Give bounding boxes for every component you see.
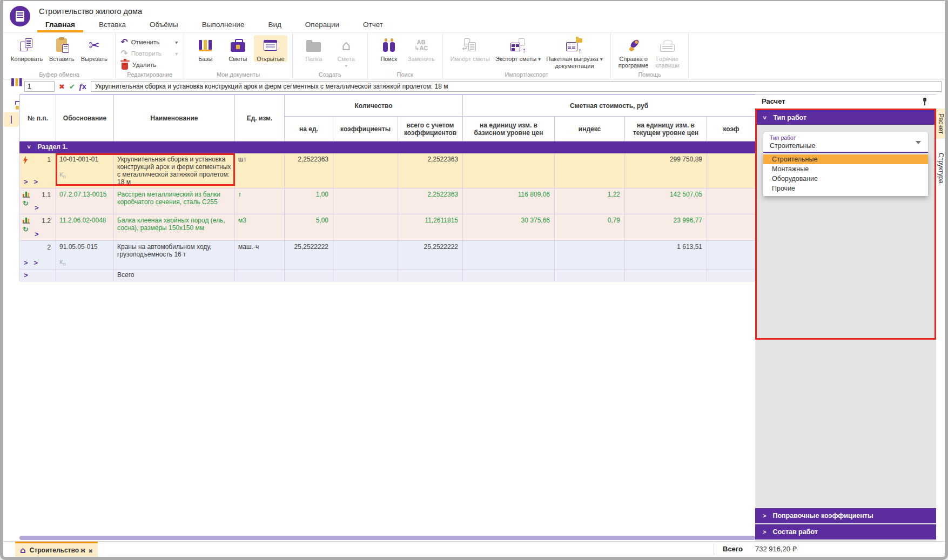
cell-cost-coeff[interactable] (707, 241, 756, 269)
tab-obemy[interactable]: Объёмы (138, 18, 190, 32)
cell-num[interactable]: 1.2 (20, 214, 56, 241)
cell-qty-coefficients[interactable] (333, 153, 398, 188)
create-folder-button[interactable]: Папка (298, 35, 330, 62)
cell-num[interactable]: 2 (20, 241, 56, 269)
replace-button[interactable]: AB↳AC Заменить (405, 35, 438, 62)
cell-qty-total[interactable]: 11,2611815 (398, 214, 463, 241)
cell-justification[interactable] (56, 269, 114, 281)
find-button[interactable]: Поиск (373, 35, 405, 62)
cell-qty-total[interactable]: 2,2522363 (398, 153, 463, 188)
cell-num[interactable]: 1.1 (20, 188, 56, 214)
tab-vypolnenie[interactable]: Выполнение (190, 18, 257, 32)
cell-name[interactable]: Балка клееная хвойных пород (ель, сосна)… (114, 214, 235, 241)
side-tab-structure[interactable]: Структура (936, 148, 945, 188)
tab-glavnaya[interactable]: Главная (33, 18, 87, 32)
horizontal-scrollbar[interactable] (19, 536, 755, 540)
cell-cost-index[interactable] (555, 241, 625, 269)
cell-cost-index[interactable]: 0,79 (555, 214, 625, 241)
open-documents-button[interactable]: Открытые (254, 35, 287, 62)
section-work-composition[interactable]: Состав работ (755, 524, 936, 539)
cell-unit[interactable]: т (235, 188, 285, 214)
strip-open-documents-button[interactable] (4, 112, 19, 127)
help-about-button[interactable]: Справка опрограмме (616, 35, 651, 69)
paste-button[interactable]: Вставить (45, 35, 78, 62)
expand-chevrons[interactable] (35, 204, 39, 212)
cell-justification[interactable]: 10-01-001-01Кп (56, 153, 114, 188)
cell-name[interactable]: Краны на автомобильном ходу, грузоподъем… (114, 241, 235, 269)
cell-qty-per-unit[interactable]: 5,00 (285, 214, 333, 241)
cell-cost-current[interactable]: 142 507,05 (625, 188, 707, 214)
cut-button[interactable]: Вырезать (78, 35, 110, 62)
cell-num[interactable]: 1 (20, 153, 56, 188)
expand-chevrons[interactable] (24, 259, 38, 267)
cell-cost-index[interactable] (555, 153, 625, 188)
option-oborudovanie[interactable]: Оборудование (763, 174, 928, 184)
cell-cost-index[interactable]: 1,22 (555, 188, 625, 214)
tab-vstavka[interactable]: Вставка (87, 18, 138, 32)
cell-unit[interactable]: маш.-ч (235, 241, 285, 269)
cell-cost-coeff[interactable] (707, 153, 756, 188)
confirm-icon[interactable] (69, 82, 75, 91)
tab-otchet[interactable]: Отчет (351, 18, 395, 32)
cancel-icon[interactable] (59, 82, 65, 91)
cell-qty-coefficients[interactable] (333, 241, 398, 269)
cell-cost-current[interactable]: 1 613,51 (625, 241, 707, 269)
copy-button[interactable]: Копировать (8, 35, 45, 62)
estimates-button[interactable]: Сметы (221, 35, 254, 62)
chevron-down-icon[interactable] (175, 39, 178, 45)
import-estimate-button[interactable]: Импорт сметы (448, 35, 493, 62)
document-tab[interactable]: Строительство ж... (15, 542, 98, 557)
cell-cost-coeff[interactable] (707, 214, 756, 241)
cell-qty-per-unit[interactable]: 1,00 (285, 188, 333, 214)
bases-button[interactable]: Базы (189, 35, 221, 62)
section-correction-coefficients[interactable]: Поправочные коэффициенты (755, 508, 936, 523)
section-row[interactable]: Раздел 1. (20, 141, 756, 153)
cell-qty-per-unit[interactable]: 2,2522363 (285, 153, 333, 188)
close-icon[interactable] (89, 545, 93, 555)
redo-button[interactable]: Повторить (120, 48, 179, 58)
cell-name[interactable]: Расстрел металлический из балки коробчат… (114, 188, 235, 214)
tab-vid[interactable]: Вид (256, 18, 293, 32)
side-tab-calculation[interactable]: Расчет (936, 109, 945, 139)
cell-name[interactable]: Укрупнительная сборка и установка констр… (114, 153, 235, 188)
pin-icon[interactable] (922, 98, 927, 106)
cell-unit[interactable]: шт (235, 153, 285, 188)
dropdown-caret-icon[interactable] (916, 141, 921, 144)
cell-qty-coefficients[interactable] (333, 214, 398, 241)
cell-qty-total[interactable]: 2,2522363 (398, 188, 463, 214)
undo-button[interactable]: Отменить (120, 37, 179, 47)
cell-cost-base[interactable]: 30 375,66 (463, 214, 555, 241)
cell-cost-current[interactable]: 23 996,77 (625, 214, 707, 241)
export-estimate-button[interactable]: Экспорт сметы (493, 35, 543, 63)
cell-qty-per-unit[interactable]: 25,2522222 (285, 241, 333, 269)
cell-num[interactable] (20, 269, 56, 281)
create-estimate-button[interactable]: Смета (330, 35, 362, 69)
cell-justification[interactable]: 91.05.05-015Кп (56, 241, 114, 269)
expand-chevrons[interactable] (35, 230, 39, 238)
cell-cost-base[interactable]: 116 809,06 (463, 188, 555, 214)
cell-cost-coeff[interactable] (707, 188, 756, 214)
cell-cost-base[interactable] (463, 153, 555, 188)
formula-input[interactable] (91, 81, 942, 92)
work-type-select[interactable]: Тип работ Строительные (763, 132, 928, 153)
app-logo-icon[interactable] (10, 6, 30, 26)
section-work-type[interactable]: Тип работ (757, 110, 934, 125)
strip-bases-button[interactable] (4, 80, 19, 95)
batch-export-button[interactable]: Пакетная выгрузка документации (543, 35, 606, 69)
cell-justification[interactable]: 11.2.06.02-0048 (56, 214, 114, 241)
option-montazhnye[interactable]: Монтажные (763, 164, 928, 174)
hotkeys-button[interactable]: Горячиеклавиши (651, 35, 683, 69)
collapse-chevron-icon[interactable] (26, 145, 32, 149)
cell-qty-coefficients[interactable] (333, 188, 398, 214)
cell-cost-current[interactable]: 299 750,89 (625, 153, 707, 188)
option-stroitelnye[interactable]: Строительные (763, 154, 928, 164)
delete-button[interactable]: Удалить (120, 59, 179, 70)
cell-qty-total[interactable]: 25,2522222 (398, 241, 463, 269)
function-icon[interactable]: fx (79, 82, 86, 91)
expand-chevron[interactable] (24, 271, 28, 279)
strip-estimates-button[interactable] (4, 96, 19, 111)
cell-cost-base[interactable] (463, 241, 555, 269)
cell-justification[interactable]: 07.2.07.13-0015 (56, 188, 114, 214)
expand-chevrons[interactable] (24, 178, 38, 186)
row-number-input[interactable] (24, 81, 55, 92)
